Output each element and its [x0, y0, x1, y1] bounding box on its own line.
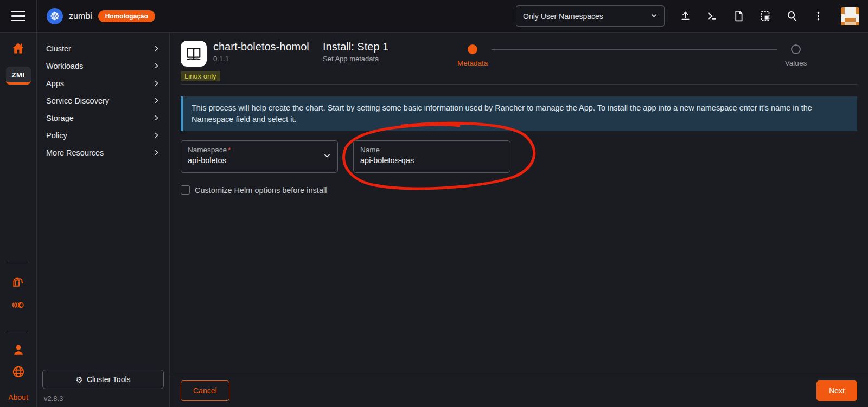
- kubeconfig-file-icon[interactable]: [732, 10, 744, 22]
- top-bar: ☸ zumbi Homologação Only User Namespaces: [0, 0, 868, 33]
- customize-helm-checkbox[interactable]: Customize Helm options before install: [181, 185, 857, 195]
- rail-divider: [8, 262, 29, 262]
- chart-name: chart-boletos-homol: [213, 41, 315, 53]
- cluster-initials-badge[interactable]: ZMI: [6, 67, 31, 85]
- chevron-right-icon: [154, 114, 159, 122]
- name-input[interactable]: Name api-boletos-qas: [353, 140, 510, 173]
- globe-icon[interactable]: [11, 365, 25, 379]
- chevron-down-icon: [650, 12, 658, 21]
- install-stepper: Metadata Values: [454, 44, 815, 67]
- install-step-subtitle: Set App metadata: [323, 55, 388, 63]
- name-label: Name: [360, 146, 503, 154]
- namespace-value: api-boletos: [188, 156, 331, 165]
- kebab-menu-icon[interactable]: [812, 10, 824, 22]
- stepper-connector: [492, 49, 777, 50]
- chevron-right-icon: [154, 79, 159, 88]
- chart-version: 0.1.1: [213, 55, 315, 63]
- sidebar-item-label: Workloads: [46, 62, 83, 70]
- search-icon[interactable]: [786, 10, 797, 22]
- checkbox-label: Customize Helm options before install: [195, 186, 327, 195]
- step-label: Values: [785, 59, 807, 67]
- chevron-right-icon: [154, 96, 159, 105]
- sidebar-item-label: More Resources: [46, 148, 104, 157]
- namespace-label: Namespace*: [188, 146, 331, 154]
- import-yaml-icon[interactable]: [679, 10, 691, 22]
- install-header: chart-boletos-homol 0.1.1 Install: Step …: [170, 33, 868, 85]
- chart-book-icon: [181, 41, 207, 67]
- sidebar-item-policy[interactable]: Policy: [37, 127, 169, 144]
- sidebar-item-cluster[interactable]: Cluster: [37, 40, 169, 57]
- sidebar-item-label: Storage: [46, 114, 74, 122]
- user-avatar[interactable]: [841, 7, 859, 25]
- header-divider: [181, 84, 857, 85]
- chevron-right-icon: [154, 131, 159, 140]
- next-button[interactable]: Next: [816, 380, 857, 401]
- kubectl-shell-icon[interactable]: [706, 10, 718, 22]
- kubernetes-logo-icon: ☸: [47, 8, 63, 24]
- home-icon[interactable]: [11, 41, 25, 58]
- cluster-name: zumbi: [69, 11, 92, 21]
- step-label: Metadata: [457, 59, 488, 67]
- install-step-title: Install: Step 1: [323, 41, 388, 53]
- name-value: api-boletos-qas: [360, 156, 503, 165]
- sidebar-item-workloads[interactable]: Workloads: [37, 57, 169, 75]
- rail-divider: [8, 331, 29, 331]
- os-badge: Linux only: [181, 71, 220, 81]
- sidebar-item-label: Policy: [46, 131, 67, 140]
- namespace-select[interactable]: Namespace* api-boletos: [181, 140, 338, 173]
- page-layout: ZMI About Cluster Workloads: [0, 33, 868, 407]
- fleet-icon[interactable]: [11, 298, 25, 312]
- step-metadata[interactable]: Metadata: [454, 44, 492, 67]
- chevron-down-icon: [323, 152, 331, 161]
- required-asterisk: *: [228, 146, 231, 154]
- cluster-tools-button[interactable]: ⚙ Cluster Tools: [42, 370, 164, 389]
- metadata-form: Namespace* api-boletos Name api-boletos-…: [181, 140, 857, 173]
- chevron-right-icon: [154, 62, 159, 70]
- wizard-footer: Cancel Next: [170, 374, 868, 407]
- install-step-page: chart-boletos-homol 0.1.1 Install: Step …: [170, 33, 868, 407]
- topbar-actions: Only User Namespaces: [516, 5, 868, 27]
- chevron-right-icon: [154, 44, 159, 53]
- sidebar-item-storage[interactable]: Storage: [37, 109, 169, 127]
- cluster-rail: ZMI About: [0, 33, 37, 407]
- gear-icon: ⚙: [75, 376, 82, 384]
- rancher-version: v2.8.3: [37, 393, 169, 407]
- cancel-button[interactable]: Cancel: [181, 380, 229, 401]
- sidebar-item-service-discovery[interactable]: Service Discovery: [37, 92, 169, 109]
- info-banner: This process will help create the chart.…: [181, 96, 857, 131]
- harvester-icon[interactable]: [11, 274, 25, 288]
- cluster-sidebar: Cluster Workloads Apps Service Discovery…: [37, 33, 170, 407]
- cluster-tools-label: Cluster Tools: [87, 375, 131, 384]
- sidebar-item-label: Service Discovery: [46, 96, 109, 105]
- step-dot-filled: [468, 44, 477, 54]
- sidebar-item-label: Apps: [46, 79, 64, 88]
- chevron-right-icon: [154, 148, 159, 157]
- sidebar-item-more-resources[interactable]: More Resources: [37, 144, 169, 161]
- user-icon[interactable]: [11, 343, 25, 357]
- sidebar-item-label: Cluster: [46, 44, 71, 53]
- copy-kubeconfig-icon[interactable]: [759, 10, 771, 22]
- checkbox-unchecked-icon: [181, 185, 190, 195]
- sidebar-item-apps[interactable]: Apps: [37, 75, 169, 92]
- about-link[interactable]: About: [8, 393, 28, 402]
- hamburger-icon: [11, 11, 25, 21]
- rail-bottom-group: About: [0, 262, 36, 402]
- namespace-filter-select[interactable]: Only User Namespaces: [516, 5, 665, 27]
- environment-badge: Homologação: [98, 10, 155, 22]
- cluster-brand[interactable]: ☸ zumbi Homologação: [37, 8, 155, 24]
- step-dot-outline: [791, 44, 801, 54]
- main-menu-button[interactable]: [0, 0, 37, 32]
- namespace-filter-value: Only User Namespaces: [523, 12, 603, 21]
- step-values[interactable]: Values: [777, 44, 815, 67]
